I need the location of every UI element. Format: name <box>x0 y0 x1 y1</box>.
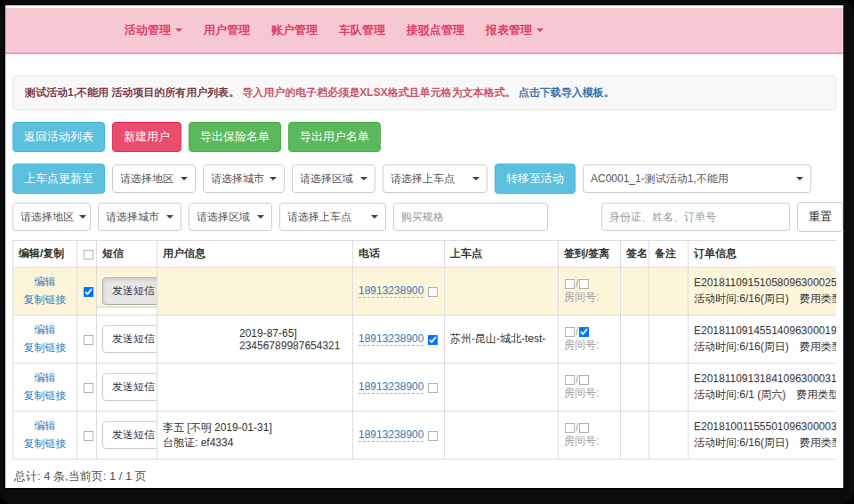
nav-fleet-management[interactable]: 车队管理 <box>330 17 394 44</box>
chevron-down-icon <box>257 215 264 219</box>
edit-link[interactable]: 编辑 <box>19 274 71 291</box>
pickup-point-select[interactable]: 请选择上车点 <box>383 164 487 193</box>
signin-signout-cell: / 房间号: <box>559 316 621 364</box>
edit-copy-cell: 编辑 复制链接 <box>13 316 77 364</box>
pickup-point-cell <box>445 412 559 460</box>
phone-checkbox[interactable] <box>427 334 438 345</box>
row-select-cell <box>77 268 97 316</box>
purchase-spec-input[interactable] <box>393 203 548 231</box>
nav-account-management[interactable]: 账户管理 <box>262 17 326 44</box>
header-edit-copy: 编辑/复制 <box>13 241 77 268</box>
header-select-all <box>77 241 97 268</box>
nav-shuttle-point-management[interactable]: 接驳点管理 <box>398 17 473 44</box>
signout-checkbox[interactable] <box>579 327 590 338</box>
header-note: 备注 <box>649 241 689 268</box>
signin-checkbox[interactable] <box>565 375 576 386</box>
copy-link[interactable]: 复制链接 <box>19 292 71 308</box>
user-info-cell <box>157 364 353 412</box>
sms-dropdown-menu: 索要信息短信 活动通知短信 电子合同短信 不成行通知短信 <box>97 307 157 316</box>
send-sms-button[interactable]: 发送短信 <box>102 277 157 305</box>
region-select[interactable]: 请选择地区 <box>112 164 196 193</box>
phone-checkbox[interactable] <box>427 286 438 297</box>
screenshot-frame: 活动管理 用户管理 账户管理 车队管理 接驳点管理 报表管理 测试活动1,不能用… <box>0 0 854 504</box>
filter-city-select[interactable]: 请选择城市 <box>98 203 181 231</box>
new-user-button[interactable]: 新建用户 <box>112 122 181 152</box>
phone-link[interactable]: 18913238900 <box>359 380 423 394</box>
pickup-update-row: 上车点更新至 请选择地区 请选择城市 请选择区域 请选择上车点 转移至活动 AC… <box>12 164 836 194</box>
chevron-down-icon <box>796 177 803 180</box>
header-pickup-point: 上车点 <box>445 241 559 268</box>
header-phone: 电话 <box>353 241 445 268</box>
signout-checkbox[interactable] <box>579 423 590 434</box>
signin-checkbox[interactable] <box>565 279 576 290</box>
phone-checkbox[interactable] <box>427 430 438 441</box>
row-checkbox[interactable] <box>84 382 94 393</box>
chevron-down-icon <box>166 215 173 219</box>
filter-pickup-point-select[interactable]: 请选择上车点 <box>279 203 386 231</box>
user-info-cell <box>157 268 353 316</box>
row-checkbox[interactable] <box>84 334 94 345</box>
signout-checkbox[interactable] <box>579 375 590 386</box>
filter-area-select[interactable]: 请选择区域 <box>189 203 272 231</box>
signature-cell <box>621 364 649 412</box>
phone-checkbox[interactable] <box>427 382 438 393</box>
send-sms-button[interactable]: 发送短信 <box>102 421 157 449</box>
phone-link[interactable]: 18913238900 <box>359 332 423 346</box>
signin-checkbox[interactable] <box>565 327 576 338</box>
select-value: 请选择地区 <box>20 210 74 225</box>
download-template-link[interactable]: 点击下载导入模板。 <box>519 86 615 99</box>
chevron-down-icon <box>472 177 479 180</box>
pickup-point-cell <box>445 364 559 412</box>
reset-button[interactable]: 重置 <box>797 202 843 232</box>
copy-link[interactable]: 复制链接 <box>19 340 71 356</box>
alert-activity-title: 测试活动1,不能用 活动项目的所有用户列表。 <box>25 86 239 99</box>
search-input[interactable] <box>601 203 790 231</box>
row-select-cell <box>77 364 97 412</box>
edit-link[interactable]: 编辑 <box>19 418 71 435</box>
action-toolbar: 返回活动列表 新建用户 导出保险名单 导出用户名单 <box>12 122 836 152</box>
edit-copy-cell: 编辑 复制链接 <box>13 268 77 316</box>
city-select[interactable]: 请选择城市 <box>203 164 285 193</box>
select-value: 请选择上车点 <box>391 172 455 187</box>
nav-label: 接驳点管理 <box>407 22 464 38</box>
edit-link[interactable]: 编辑 <box>19 370 71 387</box>
note-cell <box>649 316 689 364</box>
nav-activity-management[interactable]: 活动管理 <box>116 17 191 44</box>
signature-cell <box>621 268 649 316</box>
activity-select[interactable]: AC0001_1-测试活动1,不能用 <box>583 164 811 193</box>
copy-link[interactable]: 复制链接 <box>19 436 71 452</box>
signout-checkbox[interactable] <box>579 279 590 290</box>
send-sms-button[interactable]: 发送短信 <box>102 325 157 353</box>
filter-region-select[interactable]: 请选择地区 <box>12 203 91 231</box>
send-sms-button[interactable]: 发送短信 <box>102 373 157 401</box>
nav-label: 活动管理 <box>125 22 171 38</box>
edit-link[interactable]: 编辑 <box>19 322 71 339</box>
alert-banner: 测试活动1,不能用 活动项目的所有用户列表。导入用户的电子档必须是XLSX格式且… <box>12 76 836 110</box>
order-number: E20181109151058096300025 <box>694 276 836 289</box>
select-value: 请选择区域 <box>197 210 250 225</box>
copy-link[interactable]: 复制链接 <box>19 388 71 404</box>
export-insurance-list-button[interactable]: 导出保险名单 <box>189 122 281 152</box>
select-all-checkbox[interactable] <box>84 249 94 260</box>
phone-link[interactable]: 18913238900 <box>359 284 423 298</box>
menu-item-request-info-sms[interactable]: 索要信息短信 <box>97 312 157 316</box>
area-select[interactable]: 请选择区域 <box>292 164 375 193</box>
phone-cell: 18913238900 <box>353 412 445 460</box>
update-pickup-point-button[interactable]: 上车点更新至 <box>12 164 105 194</box>
export-user-list-button[interactable]: 导出用户名单 <box>288 122 381 152</box>
row-checkbox[interactable] <box>84 430 94 441</box>
select-value: 请选择城市 <box>106 210 159 225</box>
signature-cell <box>621 412 649 460</box>
signin-checkbox[interactable] <box>565 423 576 434</box>
nav-user-management[interactable]: 用户管理 <box>195 17 259 44</box>
order-number: E20181001155501096300003 <box>694 420 836 433</box>
send-sms-label: 发送短信 <box>112 284 155 299</box>
select-value: 请选择城市 <box>211 172 264 187</box>
back-to-activity-list-button[interactable]: 返回活动列表 <box>12 122 105 152</box>
phone-link[interactable]: 18913238900 <box>359 428 423 442</box>
transfer-to-activity-button[interactable]: 转移至活动 <box>495 164 576 194</box>
nav-report-management[interactable]: 报表管理 <box>477 17 552 44</box>
order-info-cell: E20181109145514096300019 活动时间:6/16(周日) 费… <box>689 316 837 364</box>
row-checkbox[interactable] <box>84 286 94 297</box>
order-info-cell: E20181001155501096300003 活动时间:6/16(周日) 费… <box>689 412 837 460</box>
